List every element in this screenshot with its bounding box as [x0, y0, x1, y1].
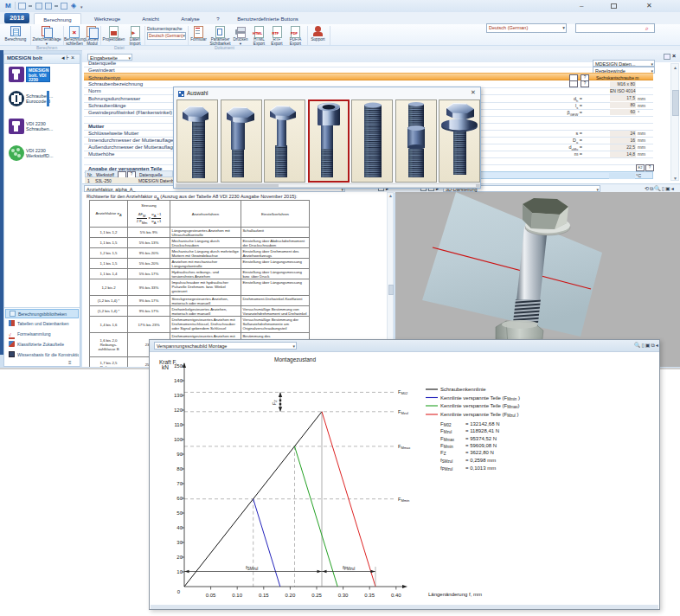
- svg-text:FMmax: FMmax: [440, 436, 455, 442]
- svg-text:40: 40: [176, 525, 183, 530]
- svg-text:= 3622,80 N: = 3622,80 N: [465, 450, 494, 455]
- svg-text:FMmin: FMmin: [440, 443, 453, 449]
- svg-text:0.15: 0.15: [259, 593, 269, 598]
- svg-text:0.35: 0.35: [364, 593, 375, 598]
- svg-text:80: 80: [176, 466, 183, 472]
- svg-text:0: 0: [177, 589, 181, 594]
- svg-text:FZ: FZ: [272, 400, 278, 405]
- svg-text:70: 70: [176, 481, 183, 486]
- svg-text:10: 10: [176, 569, 183, 574]
- svg-text:FMzul: FMzul: [440, 428, 452, 434]
- svg-text:Längenänderung f, mm: Längenänderung f, mm: [428, 592, 482, 597]
- svg-text:90: 90: [176, 452, 183, 457]
- svg-text:= 0,2598 mm: = 0,2598 mm: [465, 458, 496, 463]
- svg-text:140: 140: [174, 378, 183, 383]
- svg-text:fSMzul: fSMzul: [246, 565, 258, 571]
- svg-text:0.40: 0.40: [391, 593, 401, 598]
- svg-text:0.20: 0.20: [285, 593, 296, 598]
- svg-text:60: 60: [176, 496, 183, 501]
- svg-text:fPMzul: fPMzul: [343, 565, 355, 571]
- svg-text:FZ: FZ: [440, 450, 446, 456]
- svg-text:FMmin: FMmin: [398, 497, 409, 503]
- svg-text:50: 50: [176, 510, 183, 516]
- svg-text:130: 130: [174, 393, 183, 398]
- svg-text:20: 20: [176, 555, 183, 560]
- svg-text:= 0,1013 mm: = 0,1013 mm: [465, 465, 496, 471]
- svg-text:30: 30: [176, 540, 183, 545]
- svg-text:110: 110: [174, 422, 183, 427]
- svg-text:FMzul: FMzul: [398, 409, 408, 415]
- svg-text:Montagezustand: Montagezustand: [274, 356, 316, 363]
- svg-text:FM02: FM02: [440, 421, 452, 427]
- svg-text:0.25: 0.25: [311, 593, 322, 598]
- svg-text:fSMzul: fSMzul: [440, 458, 452, 464]
- svg-text:fPMzul: fPMzul: [440, 465, 452, 472]
- svg-text:FMmax: FMmax: [398, 444, 410, 450]
- svg-text:Kennlinie verspannte Teile (FM: Kennlinie verspannte Teile (FMzul ): [440, 412, 518, 418]
- svg-text:100: 100: [174, 437, 183, 442]
- svg-text:= 59609,08 N: = 59609,08 N: [465, 443, 497, 448]
- svg-text:0.05: 0.05: [206, 593, 216, 598]
- svg-text:= 95374,52 N: = 95374,52 N: [465, 436, 497, 441]
- svg-text:kN: kN: [162, 364, 169, 370]
- svg-text:0.10: 0.10: [232, 593, 242, 598]
- svg-text:Schraubenkennlinie: Schraubenkennlinie: [440, 387, 486, 392]
- svg-text:120: 120: [174, 407, 183, 413]
- svg-text:Kennlinie verspannte Teile (FM: Kennlinie verspannte Teile (FMmax): [440, 403, 520, 409]
- svg-text:Kennlinie verspannte Teile (FM: Kennlinie verspannte Teile (FMmin ): [440, 395, 520, 401]
- svg-text:= 132142,68 N: = 132142,68 N: [465, 421, 500, 427]
- svg-text:FM02: FM02: [398, 389, 408, 395]
- svg-text:0.30: 0.30: [338, 593, 349, 598]
- svg-text:= 118928,41 N: = 118928,41 N: [465, 428, 499, 433]
